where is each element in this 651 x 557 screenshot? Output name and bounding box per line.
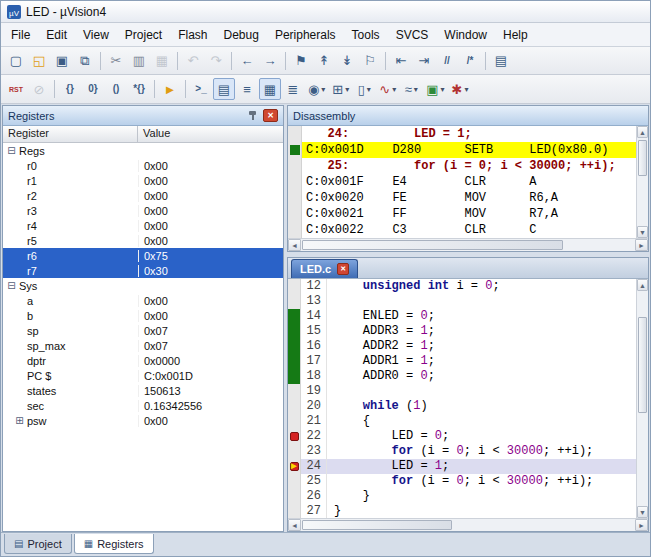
register-row-pc-[interactable]: PC $C:0x001D [3,368,283,383]
disassembly-horizontal-scrollbar[interactable]: ◄ ► [288,238,648,251]
disassembly-hscroll-thumb[interactable] [302,240,563,250]
registers-tab[interactable]: ▦Registers [74,534,154,554]
system-viewer-button[interactable]: ▣▾ [423,78,447,100]
serial-window-button[interactable]: ▯▾ [353,78,375,100]
tab-close-button[interactable]: ✕ [337,263,349,275]
dropdown-arrow-icon[interactable]: ▾ [392,85,396,94]
scroll-up-arrow-icon[interactable]: ▲ [637,126,648,138]
disassembly-vscroll-thumb[interactable] [638,140,647,176]
editor-vscroll-track[interactable] [637,291,648,506]
scroll-right-arrow-icon[interactable]: ► [635,519,648,531]
bookmark-prev-button[interactable]: ↟ [313,50,335,72]
memory-window-button[interactable]: ⊞▾ [329,78,352,100]
new-file-button[interactable]: ▢ [5,50,27,72]
command-window-button[interactable]: >_ [190,78,212,100]
scroll-down-arrow-icon[interactable]: ▼ [637,226,648,238]
step-into-button[interactable]: {} [59,78,81,100]
menu-item-svcs[interactable]: SVCS [388,25,437,45]
reset-button[interactable]: RST [5,78,27,100]
comment-button[interactable]: // [436,50,458,72]
code-line[interactable]: 23 for (i = 0; i < 30000; ++i); [288,444,636,459]
register-row-sp-max[interactable]: sp_max0x07 [3,338,283,353]
navigate-back-button[interactable]: ← [236,50,258,72]
menu-item-peripherals[interactable]: Peripherals [267,25,344,45]
register-row-r3[interactable]: r30x00 [3,203,283,218]
register-row-r6[interactable]: r60x75 [3,248,283,263]
code-line[interactable]: 16 ADDR2 = 1; [288,339,636,354]
register-group-regs[interactable]: ⊟Regs [3,143,283,158]
cut-button[interactable]: ✂ [105,50,127,72]
uncomment-button[interactable]: /* [459,50,481,72]
symbol-window-button[interactable]: ≡ [236,78,258,100]
disassembly-line[interactable]: C:0x0020 FE MOV R6,A [288,190,636,206]
scroll-left-arrow-icon[interactable]: ◄ [288,519,301,531]
register-row-psw[interactable]: ⊞psw0x00 [3,413,283,428]
configure-editor-button[interactable]: ▤ [490,50,512,72]
call-stack-window-button[interactable]: ≣ [282,78,304,100]
register-row-sec[interactable]: sec0.16342556 [3,398,283,413]
disassembly-line[interactable]: C:0x001F E4 CLR A [288,174,636,190]
register-column-header[interactable]: Register [3,126,138,142]
indent-right-button[interactable]: ⇥ [413,50,435,72]
disassembly-line[interactable]: C:0x0021 FF MOV R7,A [288,206,636,222]
bookmark-clear-button[interactable]: ⚐ [359,50,381,72]
project-tab[interactable]: ▤Project [4,534,72,554]
code-line[interactable]: 21 { [288,414,636,429]
save-button[interactable]: ▣ [51,50,73,72]
analysis-window-button[interactable]: ∿▾ [376,78,399,100]
editor-horizontal-scrollbar[interactable]: ◄ ► [288,518,648,531]
disassembly-window-button[interactable]: ▤ [213,78,235,100]
open-file-button[interactable]: ◱ [28,50,50,72]
scroll-left-arrow-icon[interactable]: ◄ [288,239,301,251]
register-row-states[interactable]: states150613 [3,383,283,398]
register-row-a[interactable]: a0x00 [3,293,283,308]
code-line[interactable]: 14 ENLED = 0; [288,309,636,324]
indent-left-button[interactable]: ⇤ [390,50,412,72]
disassembly-line[interactable]: C:0x001D D280 SETB LED(0x80.0) [288,142,636,158]
dropdown-arrow-icon[interactable]: ▾ [414,85,418,94]
menu-item-tools[interactable]: Tools [344,25,388,45]
register-group-sys[interactable]: ⊟Sys [3,278,283,293]
dropdown-arrow-icon[interactable]: ▾ [441,85,445,94]
copy-button[interactable]: ▥ [128,50,150,72]
toolbox-button[interactable]: ✱▾ [449,78,472,100]
disassembly-hscroll-track[interactable] [301,239,635,251]
disassembly-line[interactable]: C:0x0022 C3 CLR C [288,222,636,238]
menu-item-window[interactable]: Window [436,25,495,45]
register-row-sp[interactable]: sp0x07 [3,323,283,338]
editor-vertical-scrollbar[interactable]: ▲ ▼ [636,279,648,518]
code-line[interactable]: 25 for (i = 0; i < 30000; ++i); [288,474,636,489]
step-out-button[interactable]: () [105,78,127,100]
editor-vscroll-thumb[interactable] [638,317,647,413]
step-over-button[interactable]: 0} [82,78,104,100]
navigate-forward-button[interactable]: → [259,50,281,72]
register-row-dptr[interactable]: dptr0x0000 [3,353,283,368]
menu-item-view[interactable]: View [75,25,117,45]
disassembly-line[interactable]: 25: for (i = 0; i < 30000; ++i); [288,158,636,174]
menu-item-edit[interactable]: Edit [38,25,75,45]
dropdown-arrow-icon[interactable]: ▾ [367,85,371,94]
dropdown-arrow-icon[interactable]: ▾ [464,85,468,94]
scroll-right-arrow-icon[interactable]: ► [635,239,648,251]
bookmark-next-button[interactable]: ↡ [336,50,358,72]
trace-window-button[interactable]: ≈▾ [400,78,422,100]
run-to-line-button[interactable]: *{} [128,78,150,100]
paste-button[interactable]: ▦ [151,50,173,72]
collapse-icon[interactable]: ⊟ [6,281,17,291]
code-line[interactable]: 18 ADDR0 = 0; [288,369,636,384]
disassembly-line[interactable]: 24: LED = 1; [288,126,636,142]
undo-button[interactable]: ↶ [182,50,204,72]
dropdown-arrow-icon[interactable]: ▾ [345,85,349,94]
menu-item-file[interactable]: File [3,25,38,45]
code-line[interactable]: 13 [288,294,636,309]
menu-item-help[interactable]: Help [495,25,536,45]
register-row-r7[interactable]: r70x30 [3,263,283,278]
code-line[interactable]: 15 ADDR3 = 1; [288,324,636,339]
registers-window-button[interactable]: ▦ [259,78,281,100]
register-row-r5[interactable]: r50x00 [3,233,283,248]
scroll-up-arrow-icon[interactable]: ▲ [637,279,648,291]
disassembly-vertical-scrollbar[interactable]: ▲ ▼ [636,126,648,238]
scroll-down-arrow-icon[interactable]: ▼ [637,506,648,518]
expand-icon[interactable]: ⊞ [14,416,25,426]
code-line[interactable]: 22 LED = 0; [288,429,636,444]
